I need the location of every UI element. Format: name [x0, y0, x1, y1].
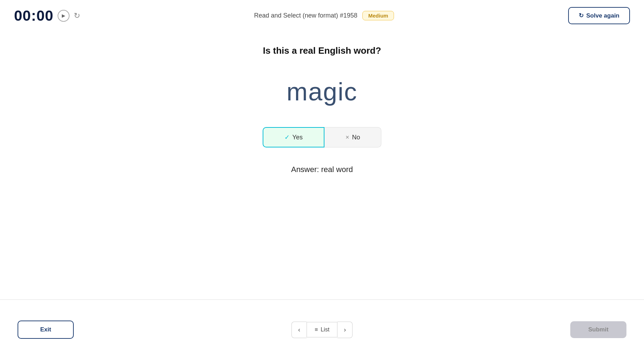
- no-label: No: [352, 134, 360, 141]
- list-icon: ≡: [315, 327, 318, 333]
- solve-again-label: Solve again: [586, 12, 619, 19]
- nav-section: ‹ ≡ List ›: [291, 322, 353, 338]
- list-label: List: [321, 327, 329, 333]
- divider: [0, 299, 644, 300]
- header: 00:00 ▶ ↻ Read and Select (new format) #…: [0, 0, 644, 31]
- answer-options: ✓ Yes × No: [263, 127, 382, 147]
- yes-option-button[interactable]: ✓ Yes: [263, 127, 324, 147]
- timer-section: 00:00 ▶ ↻: [14, 7, 80, 24]
- answer-result: Answer: real word: [291, 165, 353, 174]
- exit-button[interactable]: Exit: [18, 321, 74, 339]
- play-button[interactable]: ▶: [58, 10, 70, 22]
- play-icon: ▶: [62, 13, 65, 18]
- refresh-icon: ↻: [74, 11, 80, 20]
- difficulty-badge: Medium: [362, 11, 394, 20]
- chevron-left-icon: ‹: [298, 326, 300, 333]
- word-display: magic: [287, 77, 357, 106]
- exercise-title: Read and Select (new format) #1958: [254, 12, 357, 19]
- yes-label: Yes: [293, 134, 303, 141]
- x-icon: ×: [346, 134, 349, 141]
- solve-again-icon: ↻: [579, 12, 584, 19]
- timer-display: 00:00: [14, 7, 53, 24]
- footer: Exit ‹ ≡ List › Submit: [0, 303, 644, 356]
- solve-again-button[interactable]: ↻ Solve again: [568, 7, 630, 24]
- nav-list-button[interactable]: ≡ List: [307, 322, 337, 337]
- no-option-button[interactable]: × No: [324, 127, 382, 147]
- submit-button[interactable]: Submit: [570, 321, 626, 338]
- title-section: Read and Select (new format) #1958 Mediu…: [254, 11, 394, 20]
- question-text: Is this a real English word?: [263, 45, 381, 56]
- refresh-button[interactable]: ↻: [74, 11, 80, 20]
- nav-prev-button[interactable]: ‹: [291, 322, 307, 338]
- submit-label: Submit: [588, 326, 609, 333]
- chevron-right-icon: ›: [344, 326, 346, 333]
- main-content: Is this a real English word? magic ✓ Yes…: [0, 31, 644, 202]
- check-icon: ✓: [284, 133, 290, 141]
- nav-next-button[interactable]: ›: [337, 322, 353, 338]
- exit-label: Exit: [40, 326, 51, 333]
